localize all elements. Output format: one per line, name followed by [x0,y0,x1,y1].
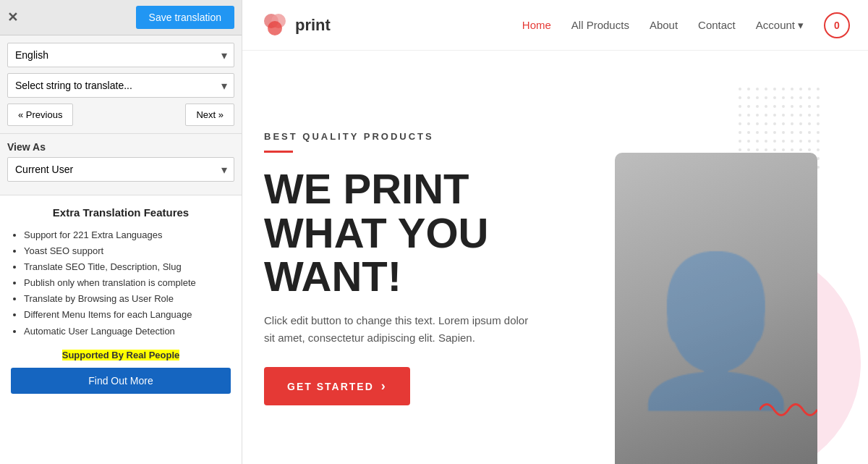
logo-text: print [295,16,331,35]
arrow-right-icon: › [381,379,387,394]
logo-icon [260,11,289,40]
next-button[interactable]: Next » [185,104,234,126]
person-silhouette-icon: 👤 [626,258,807,402]
list-item: Translate by Browsing as User Role [24,291,231,307]
view-as-label: View As [7,141,234,153]
nav-link-home[interactable]: Home [522,19,551,31]
hero-description: Click edit button to change this text. L… [264,312,539,347]
view-as-section: View As Current User Guest Admin [0,134,242,195]
supported-highlight: Supported By Real People [62,350,180,360]
hero-subtitle: BEST QUALITY PRODUCTS [264,131,586,153]
string-select[interactable]: Select string to translate... [7,73,234,98]
extra-features-section: Extra Translation Features Support for 2… [0,195,242,464]
nav-buttons-row: « Previous Next » [7,104,234,126]
close-button[interactable]: ✕ [7,9,18,25]
panel-top-bar: ✕ Save translation [0,0,242,35]
language-select-wrapper: English French Spanish German Italian [7,43,234,67]
cart-button[interactable]: 0 [824,12,850,38]
get-started-button[interactable]: GET STARTED › [264,367,410,405]
nav-link-products[interactable]: All Products [571,19,629,31]
find-out-more-button[interactable]: Find Out More [11,368,231,394]
chevron-down-icon: ▾ [798,19,804,32]
list-item: Yoast SEO support [24,243,231,259]
nav-links: Home All Products About Contact Account … [522,12,850,38]
hero-section: BEST QUALITY PRODUCTS WE PRINT WHAT YOU … [242,51,868,464]
view-as-select[interactable]: Current User Guest Admin [7,157,234,182]
logo-area: print [260,11,331,40]
account-link[interactable]: Account ▾ [756,19,804,32]
save-translation-button[interactable]: Save translation [136,6,234,29]
list-item: Translate SEO Title, Description, Slug [24,259,231,275]
site-navigation: print Home All Products About Contact Ac… [242,0,868,51]
hero-title-line2: WHAT YOU [264,209,488,256]
svg-point-2 [268,21,282,35]
previous-button[interactable]: « Previous [7,104,73,126]
get-started-label: GET STARTED [287,381,374,392]
account-label: Account [756,19,795,31]
list-item: Support for 221 Extra Languages [24,227,231,243]
string-select-wrapper: Select string to translate... [7,73,234,98]
hero-title-line1: WE PRINT [264,165,469,212]
hero-image-area: 👤 [586,72,846,464]
supported-text: Supported By Real People [11,350,231,360]
features-list: Support for 221 Extra Languages Yoast SE… [11,227,231,339]
main-content-panel: print Home All Products About Contact Ac… [242,0,868,464]
hero-content: BEST QUALITY PRODUCTS WE PRINT WHAT YOU … [264,72,586,464]
nav-link-about[interactable]: About [650,19,678,31]
nav-link-contact[interactable]: Contact [698,19,736,31]
hero-title: WE PRINT WHAT YOU WANT! [264,167,586,300]
list-item: Different Menu Items for each Language [24,307,231,323]
list-item: Publish only when translation is complet… [24,275,231,291]
squiggle-decoration [760,399,817,421]
hero-title-line3: WANT! [264,253,401,300]
view-as-select-wrapper: Current User Guest Admin [7,157,234,182]
controls-section: English French Spanish German Italian Se… [0,35,242,134]
language-select[interactable]: English French Spanish German Italian [7,43,234,67]
translation-panel: ✕ Save translation English French Spanis… [0,0,242,464]
list-item: Automatic User Language Detection [24,324,231,339]
extra-features-title: Extra Translation Features [11,206,231,219]
